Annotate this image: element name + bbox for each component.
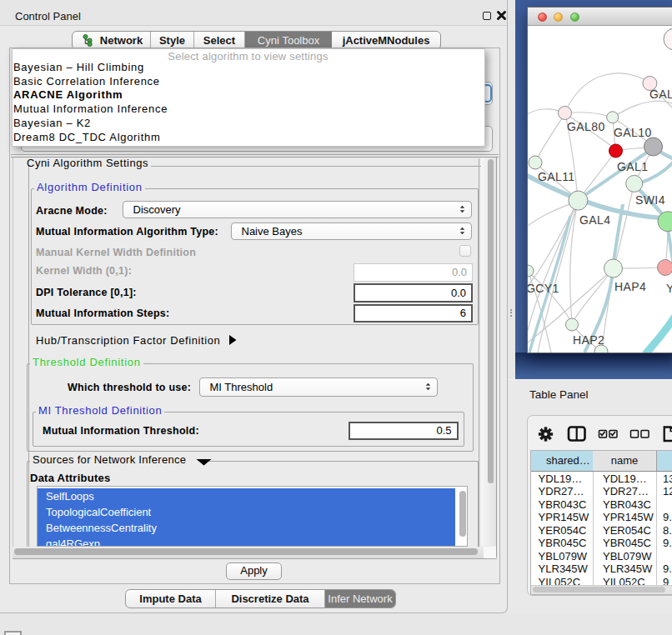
svg-text:HAP4: HAP4	[614, 280, 646, 293]
svg-text:GAL2: GAL2	[649, 88, 672, 101]
svg-text:GAL1: GAL1	[617, 160, 648, 173]
svg-text:GCY1: GCY1	[528, 282, 559, 295]
svg-text:GAL80: GAL80	[567, 120, 605, 133]
svg-text:GAL10: GAL10	[614, 126, 652, 139]
svg-text:GAL4: GAL4	[579, 213, 610, 227]
svg-text:Y: Y	[666, 282, 672, 295]
svg-text:GAL11: GAL11	[538, 170, 575, 183]
svg-text:HAP2: HAP2	[573, 333, 604, 347]
svg-text:SWI4: SWI4	[635, 193, 665, 207]
